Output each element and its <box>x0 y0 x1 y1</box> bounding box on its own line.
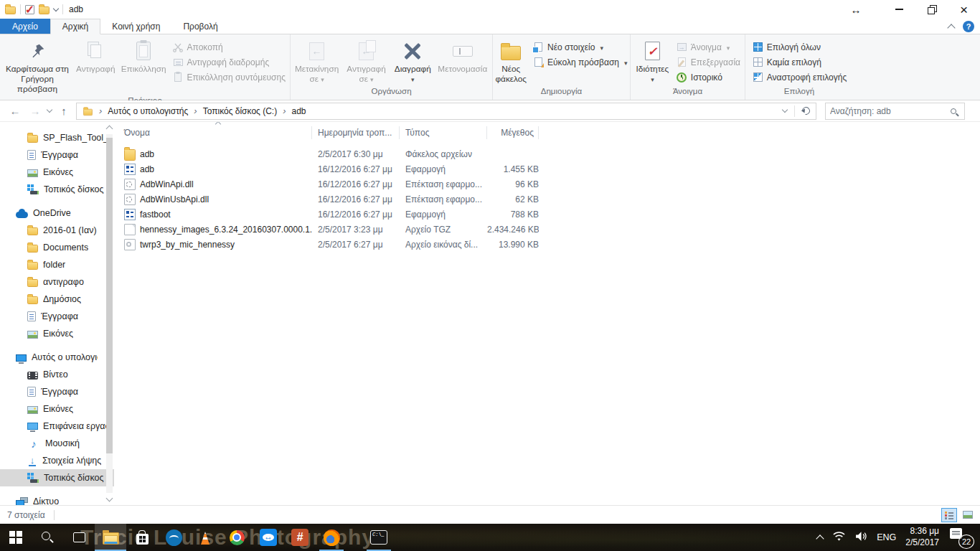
history-button[interactable]: Ιστορικό <box>673 70 743 85</box>
sidebar-item[interactable]: Τοπικός δίσκος (C:) <box>0 469 114 486</box>
sidebar-item[interactable]: Εικόνες <box>0 164 114 181</box>
sidebar-item[interactable]: Τοπικός δίσκος (C:) <box>0 181 114 198</box>
taskbar-app-button[interactable] <box>63 524 95 551</box>
properties-button[interactable]: Ιδιότητες <box>632 37 673 86</box>
close-button[interactable] <box>948 0 980 19</box>
recent-locations-caret-icon[interactable] <box>47 107 52 113</box>
copy-to-button[interactable]: Αντιγραφή σε <box>341 37 391 86</box>
restore-button[interactable] <box>915 0 948 19</box>
open-button[interactable]: Άνοιγμα <box>673 39 743 55</box>
taskbar-app-button[interactable] <box>363 524 395 551</box>
address-dropdown-caret-icon[interactable] <box>782 107 788 113</box>
new-folder-qat-icon[interactable] <box>39 6 50 14</box>
copy-path-button[interactable]: Αντιγραφή διαδρομής <box>169 55 288 70</box>
taskbar-app-button[interactable] <box>126 524 158 551</box>
delete-button[interactable]: Διαγραφή <box>391 37 435 86</box>
search-box[interactable] <box>825 103 965 120</box>
taskbar-app-button[interactable] <box>284 524 316 551</box>
sidebar-item[interactable]: Έγγραφα <box>0 308 114 325</box>
invert-selection-button[interactable]: Αναστροφή επιλογής <box>749 70 849 85</box>
sidebar-item[interactable]: Αυτός ο υπολογιστής <box>0 349 114 366</box>
paste-button[interactable]: Επικόλληση <box>118 37 169 76</box>
forward-button[interactable] <box>27 103 43 119</box>
column-header-name[interactable]: Όνομα <box>124 126 312 139</box>
thumbnails-view-button[interactable] <box>960 508 976 522</box>
table-row[interactable]: adb 2/5/2017 6:30 μμ Φάκελος αρχείων <box>114 146 980 161</box>
sidebar-item[interactable]: Εικόνες <box>0 400 114 418</box>
sidebar-item[interactable]: Δίκτυο <box>0 493 114 505</box>
minimize-button[interactable] <box>883 0 915 19</box>
ribbon-tab[interactable]: Αρχική <box>50 19 100 34</box>
new-folder-button[interactable]: Νέος φάκελος <box>492 37 529 86</box>
qat-dropdown-caret-icon[interactable] <box>53 5 59 11</box>
taskbar-app-button[interactable] <box>32 524 63 551</box>
taskbar-app-button[interactable] <box>253 524 284 551</box>
pin-to-quick-access-button[interactable]: Καρφίτσωμα στη Γρήγορη πρόσβαση <box>1 37 73 96</box>
select-all-button[interactable]: Επιλογή όλων <box>749 39 849 55</box>
column-header-date-modified[interactable]: Ημερομηνία τροπ... <box>312 126 400 139</box>
sidebar-item[interactable]: Δημόσιος <box>0 291 114 308</box>
taskbar-clock[interactable]: 8:36 μμ 2/5/2017 <box>905 526 939 548</box>
language-indicator[interactable]: ENG <box>877 532 896 542</box>
help-icon[interactable] <box>963 21 974 32</box>
breadcrumb-segment[interactable]: Αυτός ο υπολογιστής <box>108 105 202 116</box>
sidebar-item[interactable]: Εικόνες <box>0 325 114 342</box>
sidebar-item[interactable]: SP_Flash_Tool_v5 <box>0 129 114 146</box>
taskbar-app-button[interactable] <box>316 524 347 551</box>
breadcrumb-segment[interactable]: Τοπικός δίσκος (C:) <box>203 105 292 116</box>
new-item-button[interactable]: Νέο στοιχείο <box>529 39 631 55</box>
sidebar-item[interactable]: Έγγραφα <box>0 146 114 164</box>
sidebar-item[interactable]: Στοιχεία λήψης <box>0 452 114 469</box>
table-row[interactable]: twrp3_by_mic_hennessy 2/5/2017 6:27 μμ Α… <box>114 237 980 252</box>
sidebar-item[interactable]: folder <box>0 256 114 273</box>
sidebar-scrollbar[interactable] <box>105 123 114 504</box>
column-header-size[interactable]: Μέγεθος <box>487 126 539 139</box>
taskbar-app-button[interactable] <box>0 524 32 551</box>
ribbon-tab[interactable]: Προβολή <box>171 19 229 34</box>
resize-horizontal-icon[interactable] <box>834 0 877 19</box>
back-button[interactable] <box>7 103 23 119</box>
sidebar-item[interactable]: Έγγραφα <box>0 383 114 400</box>
up-button[interactable] <box>56 103 72 119</box>
scrollbar-thumb[interactable] <box>106 138 113 453</box>
edit-button[interactable]: Επεξεργασία <box>673 55 743 70</box>
ribbon-tab[interactable]: Κοινή χρήση <box>100 19 171 34</box>
table-row[interactable]: hennessy_images_6.3.24_20160307.0000.1..… <box>114 222 980 237</box>
action-center-button[interactable]: 22 <box>948 527 973 548</box>
sidebar-item[interactable]: 2016-01 (Ιαν) <box>0 222 114 239</box>
copy-button[interactable]: Αντιγραφή <box>73 37 118 76</box>
table-row[interactable]: fastboot 16/12/2016 6:27 μμ Εφαρμογή 788… <box>114 207 980 222</box>
cut-button[interactable]: Αποκοπή <box>169 39 288 55</box>
paste-shortcut-button[interactable]: Επικόλληση συντόμευσης <box>169 70 288 85</box>
select-none-button[interactable]: Καμία επιλογή <box>749 55 849 70</box>
details-view-button[interactable] <box>941 508 957 522</box>
easy-access-button[interactable]: Εύκολη πρόσβαση <box>529 55 631 70</box>
taskbar-app-button[interactable] <box>158 524 189 551</box>
sidebar-item[interactable]: Επιφάνεια εργασίας <box>0 418 114 435</box>
sidebar-item[interactable]: Μουσική <box>0 435 114 452</box>
taskbar-app-button[interactable] <box>189 524 221 551</box>
properties-qat-icon[interactable] <box>25 5 34 14</box>
search-input[interactable] <box>830 106 951 116</box>
taskbar-app-button[interactable] <box>221 524 253 551</box>
sidebar-item[interactable]: Documents <box>0 239 114 256</box>
sidebar-item[interactable]: αντιγραφο <box>0 273 114 291</box>
address-bar[interactable]: Αυτός ο υπολογιστής Τοπικός δίσκος (C:) … <box>76 103 816 120</box>
tab-file[interactable]: Αρχείο <box>0 19 50 34</box>
scroll-down-icon[interactable] <box>106 495 113 502</box>
collapse-ribbon-icon[interactable] <box>947 24 955 32</box>
taskbar-app-button[interactable] <box>95 524 126 551</box>
sidebar-item[interactable]: OneDrive <box>0 204 114 222</box>
rename-button[interactable]: Μετονομασία <box>435 37 491 76</box>
column-header-type[interactable]: Τύπος <box>400 126 487 139</box>
search-icon[interactable] <box>951 108 956 114</box>
breadcrumb-segment[interactable]: adb <box>292 106 306 116</box>
tray-overflow-chevron-icon[interactable] <box>816 534 824 542</box>
wifi-icon[interactable] <box>832 531 846 544</box>
table-row[interactable]: AdbWinUsbApi.dll 16/12/2016 6:27 μμ Επέκ… <box>114 192 980 207</box>
table-row[interactable]: adb 16/12/2016 6:27 μμ Εφαρμογή 1.455 KB <box>114 161 980 176</box>
scroll-up-icon[interactable] <box>106 126 113 133</box>
refresh-icon[interactable] <box>801 105 811 116</box>
move-to-button[interactable]: Μετακίνηση σε <box>292 37 341 86</box>
table-row[interactable]: AdbWinApi.dll 16/12/2016 6:27 μμ Επέκτασ… <box>114 176 980 192</box>
